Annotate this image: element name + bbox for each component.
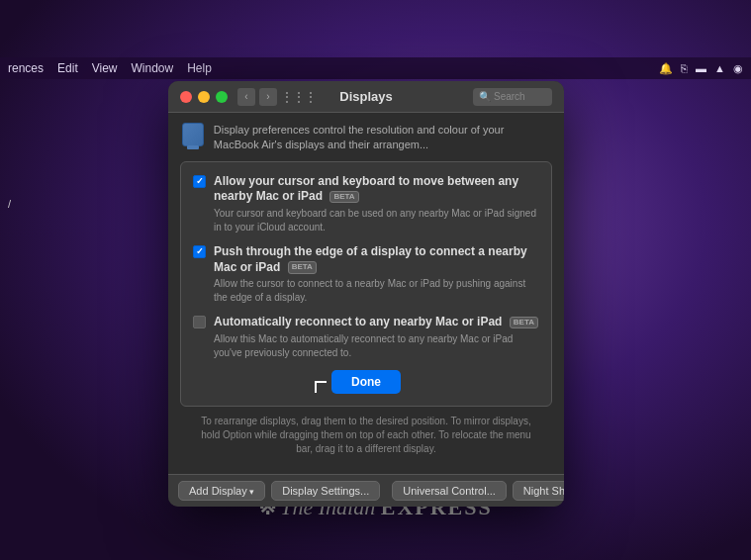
- beta-badge-3: BETA: [510, 317, 538, 328]
- intro-text: Display preferences control the resoluti…: [214, 123, 550, 153]
- add-display-button[interactable]: Add Display: [178, 481, 265, 501]
- menubar-view[interactable]: View: [92, 61, 118, 75]
- maximize-button[interactable]: [216, 91, 228, 103]
- option-row-3: Automatically reconnect to any nearby Ma…: [193, 315, 539, 360]
- back-button[interactable]: ‹: [237, 88, 255, 106]
- option-3-desc: Allow this Mac to automatically reconnec…: [214, 332, 539, 360]
- beta-badge-1: BETA: [329, 191, 358, 203]
- toolbar: Add Display Display Settings... Universa…: [168, 474, 564, 507]
- option-label-3[interactable]: Automatically reconnect to any nearby Ma…: [193, 315, 539, 360]
- search-box[interactable]: 🔍 Search: [473, 88, 552, 106]
- option-label-1[interactable]: Allow your cursor and keyboard to move b…: [193, 174, 539, 234]
- menubar-edit[interactable]: Edit: [57, 61, 78, 75]
- window-body: Display preferences control the resoluti…: [168, 113, 564, 474]
- done-button[interactable]: Done: [331, 370, 401, 394]
- close-button[interactable]: [180, 91, 192, 103]
- menubar-help[interactable]: Help: [187, 61, 212, 75]
- wifi-icon[interactable]: ▲: [714, 62, 725, 74]
- option-2-desc: Allow the cursor to connect to a nearby …: [214, 277, 539, 305]
- minimize-button[interactable]: [198, 91, 210, 103]
- menubar-window[interactable]: Window: [132, 61, 174, 75]
- grid-icon[interactable]: ⋮⋮⋮: [281, 90, 317, 104]
- night-shift-button[interactable]: Night Shift...: [513, 481, 564, 501]
- footer-hint: To rearrange displays, drag them to the …: [182, 407, 550, 464]
- window-title: Displays: [339, 89, 392, 104]
- option-row-1: Allow your cursor and keyboard to move b…: [193, 174, 539, 234]
- beta-badge-2: BETA: [288, 261, 317, 273]
- display-icon: [182, 123, 204, 146]
- left-sidebar-label: /: [8, 198, 11, 210]
- traffic-lights: [180, 91, 228, 103]
- search-placeholder: Search: [494, 91, 525, 102]
- option-1-desc: Your cursor and keyboard can be used on …: [214, 207, 539, 234]
- option-3-content: Automatically reconnect to any nearby Ma…: [214, 315, 539, 360]
- universal-control-button[interactable]: Universal Control...: [392, 481, 507, 501]
- forward-button[interactable]: ›: [259, 88, 277, 106]
- displays-window: ‹ › ⋮⋮⋮ Displays 🔍 Search Display prefer…: [168, 81, 564, 507]
- bluetooth-icon[interactable]: ⎘: [681, 62, 688, 74]
- cursor: [315, 381, 327, 393]
- menubar-app[interactable]: rences: [8, 61, 44, 75]
- popup-overlay: Allow your cursor and keyboard to move b…: [180, 161, 552, 407]
- option-3-title: Automatically reconnect to any nearby Ma…: [214, 315, 539, 330]
- checkbox-1[interactable]: [193, 175, 206, 188]
- option-1-title: Allow your cursor and keyboard to move b…: [214, 174, 539, 205]
- menubar-right: 🔔 ⎘ ▬ ▲ ◉: [659, 62, 743, 75]
- option-row-2: Push through the edge of a display to co…: [193, 244, 539, 305]
- titlebar: ‹ › ⋮⋮⋮ Displays 🔍 Search: [168, 81, 564, 113]
- option-label-2[interactable]: Push through the edge of a display to co…: [193, 244, 539, 305]
- display-settings-button[interactable]: Display Settings...: [271, 481, 380, 501]
- option-2-content: Push through the edge of a display to co…: [214, 244, 539, 305]
- bell-icon[interactable]: 🔔: [659, 62, 673, 75]
- checkbox-3[interactable]: [193, 316, 206, 328]
- menubar-items: rences Edit View Window Help: [8, 61, 659, 75]
- search-icon: 🔍: [479, 91, 491, 102]
- person-icon[interactable]: ◉: [733, 62, 743, 75]
- menubar: rences Edit View Window Help 🔔 ⎘ ▬ ▲ ◉: [0, 57, 751, 79]
- option-2-title: Push through the edge of a display to co…: [214, 244, 539, 275]
- option-1-content: Allow your cursor and keyboard to move b…: [214, 174, 539, 234]
- checkbox-2[interactable]: [193, 245, 206, 258]
- battery-icon: ▬: [696, 62, 706, 74]
- nav-buttons: ‹ ›: [237, 88, 277, 106]
